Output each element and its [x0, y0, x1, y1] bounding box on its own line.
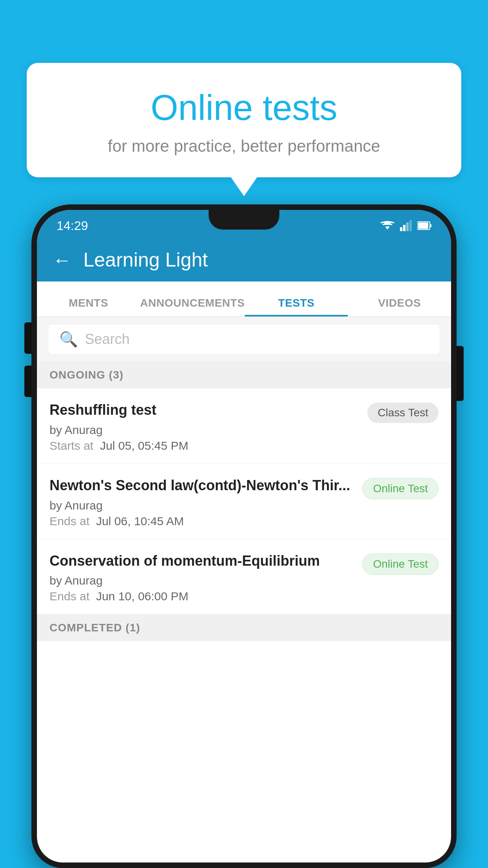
phone-screen: 14:29 [37, 210, 451, 862]
search-icon: 🔍 [59, 331, 78, 348]
svg-rect-3 [406, 223, 409, 231]
test-badge-online: Online Test [362, 554, 438, 575]
test-item[interactable]: Conservation of momentum-Equilibrium by … [37, 539, 451, 615]
completed-section-header: COMPLETED (1) [37, 614, 451, 641]
bubble-subtitle: for more practice, better performance [50, 137, 438, 156]
tab-announcements[interactable]: ANNOUNCEMENTS [140, 297, 245, 316]
phone-notch [209, 210, 279, 230]
svg-rect-2 [403, 225, 405, 231]
test-name: Reshuffling test [50, 401, 360, 419]
test-author: by Anurag [50, 574, 354, 587]
tab-tests[interactable]: TESTS [245, 297, 348, 316]
status-icons [380, 220, 431, 231]
svg-rect-7 [418, 223, 428, 229]
test-info: Reshuffling test by Anurag Starts at Jul… [50, 401, 360, 452]
svg-marker-0 [385, 226, 390, 230]
test-item[interactable]: Reshuffling test by Anurag Starts at Jul… [37, 388, 451, 464]
search-input[interactable]: Search [85, 331, 130, 348]
test-date-value: Jul 05, 05:45 PM [100, 439, 188, 452]
tab-ments[interactable]: MENTS [37, 297, 140, 316]
test-list: Reshuffling test by Anurag Starts at Jul… [37, 388, 451, 614]
test-date-value: Jun 10, 06:00 PM [96, 590, 188, 603]
test-author: by Anurag [50, 423, 360, 437]
svg-rect-4 [409, 220, 412, 231]
test-name: Newton's Second law(contd)-Newton's Thir… [50, 476, 354, 495]
speech-bubble: Online tests for more practice, better p… [27, 63, 461, 177]
phone-frame: 14:29 [31, 204, 457, 868]
test-name: Conservation of momentum-Equilibrium [50, 552, 354, 570]
test-date: Ends at Jun 10, 06:00 PM [50, 590, 354, 603]
signal-icon [400, 220, 412, 231]
test-date-label: Starts at [50, 439, 94, 452]
test-item[interactable]: Newton's Second law(contd)-Newton's Thir… [37, 464, 451, 539]
test-date-value: Jul 06, 10:45 AM [96, 515, 183, 528]
search-container: 🔍 Search [37, 317, 451, 362]
back-arrow-icon[interactable]: ← [53, 249, 72, 271]
test-info: Newton's Second law(contd)-Newton's Thir… [50, 476, 354, 528]
test-info: Conservation of momentum-Equilibrium by … [50, 552, 354, 603]
test-badge-online: Online Test [362, 478, 438, 499]
tabs-bar: MENTS ANNOUNCEMENTS TESTS VIDEOS [37, 281, 451, 317]
wifi-icon [380, 220, 394, 231]
test-date-label: Ends at [50, 515, 90, 528]
volume-down-button[interactable] [24, 366, 31, 397]
power-button[interactable] [457, 346, 464, 401]
status-time: 14:29 [57, 219, 88, 233]
svg-rect-6 [430, 224, 431, 227]
volume-up-button[interactable] [24, 322, 31, 354]
test-badge-class: Class Test [367, 403, 438, 423]
test-date: Ends at Jul 06, 10:45 AM [50, 515, 354, 528]
svg-rect-1 [400, 227, 402, 231]
test-author: by Anurag [50, 499, 354, 512]
battery-icon [417, 221, 431, 230]
ongoing-section-header: ONGOING (3) [37, 362, 451, 388]
tab-videos[interactable]: VIDEOS [348, 297, 451, 316]
search-bar[interactable]: 🔍 Search [48, 324, 440, 355]
bubble-title: Online tests [50, 86, 438, 129]
app-bar: ← Learning Light [37, 238, 451, 281]
test-date-label: Ends at [50, 590, 90, 603]
test-date: Starts at Jul 05, 05:45 PM [50, 439, 360, 452]
app-bar-title: Learning Light [83, 248, 208, 271]
